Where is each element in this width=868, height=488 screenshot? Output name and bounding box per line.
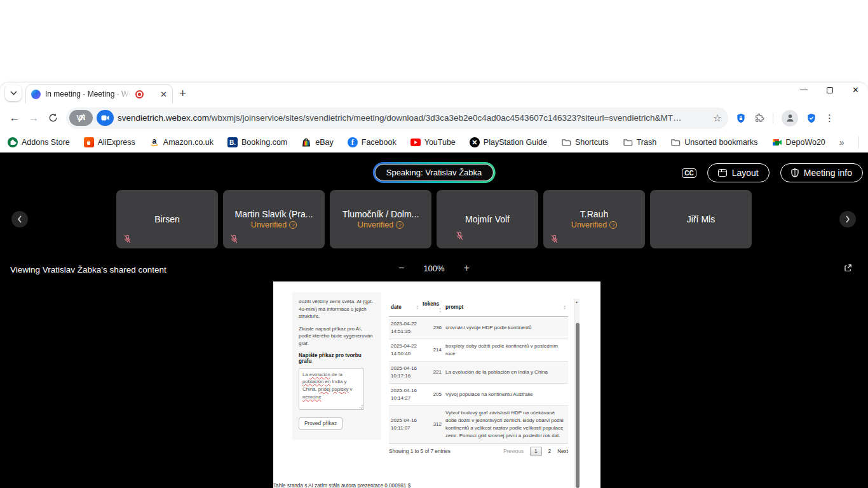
- expand-share-button[interactable]: [843, 263, 853, 275]
- bookmark-ebay[interactable]: eBay: [301, 137, 334, 147]
- zoom-in-button[interactable]: +: [464, 262, 470, 274]
- address-bar[interactable]: VN svendietrich.webex.com/wbxmjs/joinser…: [66, 107, 728, 129]
- participant-tile[interactable]: Martin Slavík (Pra... Unverified?: [223, 190, 325, 248]
- window-controls: ✕: [800, 86, 859, 94]
- unverified-badge: Unverified?: [251, 220, 297, 229]
- meeting-info-button[interactable]: Meeting info: [780, 163, 863, 182]
- participant-tile[interactable]: Jiří Mls: [650, 190, 752, 248]
- recording-indicator-icon: [135, 90, 144, 98]
- prompt-panel: dožití většiny zemí světa. AI (gpt-4o-mi…: [292, 292, 381, 440]
- column-header-date[interactable]: date▲▼: [389, 299, 421, 317]
- share-info-row: Viewing Vratislav Žabka's shared content…: [0, 261, 868, 280]
- folder-icon: [623, 137, 633, 147]
- playstation-icon: ✕: [470, 137, 480, 147]
- safety-check-shield-icon[interactable]: [806, 113, 817, 123]
- scrollbar-thumb[interactable]: [576, 323, 580, 488]
- unverified-badge: Unverified?: [358, 220, 403, 229]
- aliexpress-icon: [84, 137, 94, 147]
- bookmark-depowo20[interactable]: DepoWo20: [772, 137, 825, 147]
- profile-avatar[interactable]: [782, 110, 798, 126]
- reload-button[interactable]: [43, 109, 62, 128]
- divider: [858, 137, 859, 148]
- bookmark-facebook[interactable]: f Facebook: [348, 137, 397, 147]
- resize-grip-icon: [359, 405, 363, 409]
- camera-in-use-icon[interactable]: [97, 110, 114, 126]
- showing-entries-label: Showing 1 to 5 of 7 entries: [389, 449, 451, 454]
- layout-grid-icon: [718, 169, 727, 177]
- active-speaker-label: Speaking: Vratislav Žabka: [375, 164, 494, 181]
- mic-muted-icon: [456, 231, 464, 241]
- table-row: 2025-04-16 10:11:07 312 Vytvoř bodový gr…: [389, 406, 568, 444]
- shield-lock-extension-icon[interactable]: [736, 113, 746, 123]
- help-icon[interactable]: ?: [609, 221, 617, 229]
- bookmark-booking[interactable]: B. Booking.com: [227, 137, 287, 147]
- bookmark-addons-store[interactable]: Addons Store: [8, 137, 70, 147]
- chevron-left-icon: [17, 215, 22, 223]
- scroll-up-icon[interactable]: ▲: [575, 300, 578, 304]
- shield-icon: [791, 168, 799, 177]
- mic-muted-icon: [123, 234, 132, 244]
- forward-button[interactable]: →: [24, 109, 43, 128]
- previous-page-button[interactable]: Previous: [503, 449, 524, 454]
- mic-muted-icon: [230, 234, 238, 244]
- minimize-button[interactable]: [800, 90, 808, 90]
- next-page-button[interactable]: Next: [557, 449, 568, 454]
- amazon-icon: a: [149, 137, 159, 147]
- column-header-prompt[interactable]: prompt▲▼: [444, 299, 568, 317]
- toolbar-right: ⋮: [736, 110, 834, 126]
- prompt-textarea[interactable]: La evolución de la población en India y …: [299, 368, 364, 410]
- person-icon: [785, 113, 795, 123]
- column-header-tokens[interactable]: tokens▲▼: [421, 299, 444, 317]
- bookmark-folder-trash[interactable]: Trash: [623, 137, 657, 147]
- bookmark-youtube[interactable]: YouTube: [410, 137, 456, 147]
- ebay-icon: [301, 137, 311, 147]
- google-meet-icon: [772, 137, 782, 147]
- help-icon[interactable]: ?: [396, 221, 403, 229]
- tab-close-button[interactable]: ✕: [160, 90, 167, 98]
- participant-tile[interactable]: Mojmír Volf: [437, 190, 538, 248]
- panel-paragraph: Zkuste napsat příkaz pro AI, podle které…: [299, 325, 375, 348]
- window-close-button[interactable]: ✕: [852, 86, 859, 94]
- page-1-button[interactable]: 1: [530, 447, 542, 456]
- maximize-button[interactable]: [827, 87, 833, 93]
- new-tab-button[interactable]: +: [179, 86, 186, 100]
- table-row: 2025-04-16 10:14:27 205 Vývoj populace n…: [389, 384, 568, 406]
- run-prompt-button[interactable]: Proveď příkaz: [299, 417, 342, 430]
- back-button[interactable]: ←: [5, 109, 24, 128]
- bookmark-folder-shortcuts[interactable]: Shortcuts: [561, 137, 609, 147]
- youtube-icon: [410, 137, 421, 147]
- zoom-controls: − 100% +: [398, 262, 470, 274]
- pagination: Previous 1 2 Next: [503, 447, 568, 456]
- help-icon[interactable]: ?: [289, 221, 297, 229]
- bookmark-aliexpress[interactable]: AliExpress: [84, 137, 135, 147]
- filmstrip-next-button[interactable]: [839, 211, 856, 227]
- bookmark-amazon[interactable]: a Amazon.co.uk: [149, 137, 214, 147]
- zoom-out-button[interactable]: −: [398, 262, 404, 274]
- panel-paragraph: dožití většiny zemí světa. AI (gpt-4o-mi…: [299, 298, 375, 320]
- zoom-level: 100%: [423, 264, 444, 273]
- closed-captions-button[interactable]: CC: [682, 168, 696, 178]
- bookmarks-right: All Bookmarks: [858, 137, 868, 148]
- folder-icon: [670, 137, 681, 147]
- bookmark-playstation-guide[interactable]: ✕ PlayStation Guide: [470, 137, 547, 147]
- cost-footnote: Tahle sranda s AI zatím stála autora pre…: [273, 483, 410, 488]
- participant-tile[interactable]: Birsen: [116, 190, 218, 248]
- browser-tab[interactable]: In meeting · Meeting · Webe ✕: [25, 84, 173, 104]
- bookmark-folder-unsorted[interactable]: Unsorted bookmarks: [670, 137, 757, 147]
- browser-menu-button[interactable]: ⋮: [825, 112, 834, 124]
- page-2-button[interactable]: 2: [548, 449, 552, 454]
- bookmark-star-icon[interactable]: ☆: [713, 112, 722, 124]
- vpn-off-badge[interactable]: VN: [69, 110, 93, 126]
- extensions-puzzle-icon[interactable]: [754, 113, 764, 123]
- participant-tile[interactable]: Tlumočník / Dolm... Unverified?: [330, 190, 431, 248]
- filmstrip-prev-button[interactable]: [11, 211, 28, 227]
- layout-button[interactable]: Layout: [707, 163, 770, 182]
- tab-search-button[interactable]: [5, 85, 22, 101]
- shared-page-scrollbar[interactable]: ▲: [574, 299, 580, 488]
- shared-content-page: dožití většiny zemí světa. AI (gpt-4o-mi…: [273, 281, 600, 488]
- webex-favicon: [31, 90, 41, 99]
- active-speaker-indicator: Speaking: Vratislav Žabka: [373, 162, 496, 183]
- participant-tile[interactable]: T.Rauh Unverified?: [543, 190, 645, 248]
- unverified-badge: Unverified?: [571, 220, 617, 229]
- bookmarks-overflow-button[interactable]: »: [839, 137, 844, 147]
